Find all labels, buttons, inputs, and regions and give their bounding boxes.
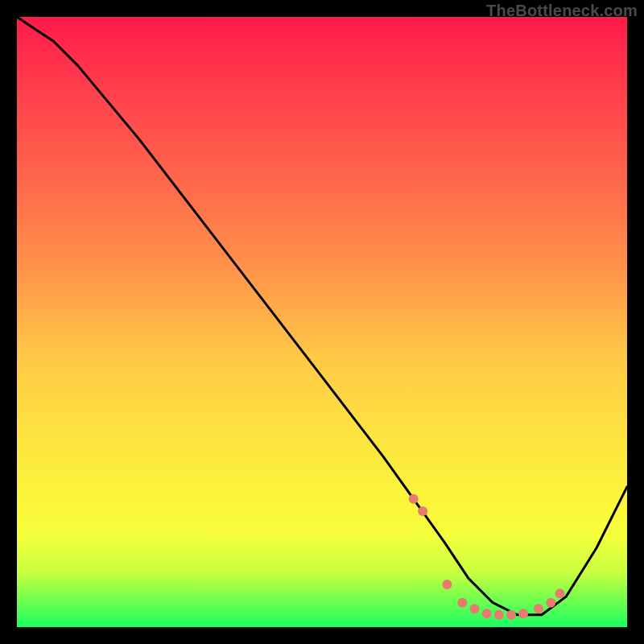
highlight-dot [506,610,516,620]
highlight-dot [418,506,427,516]
highlight-dot [409,494,419,504]
highlight-dot [494,610,504,620]
highlight-dot [457,598,467,608]
highlight-dot [534,604,543,613]
chart-container: TheBottleneck.com [0,0,644,644]
highlight-dot [482,609,492,618]
highlight-dot [518,609,528,618]
highlight-dot [546,598,555,608]
watermark-text: TheBottleneck.com [486,2,638,20]
marker-group [409,494,565,620]
highlight-dot [470,604,480,613]
bottleneck-curve [17,17,627,615]
highlight-dot [555,588,565,598]
highlight-dot [442,580,452,589]
curve-layer [0,0,644,644]
